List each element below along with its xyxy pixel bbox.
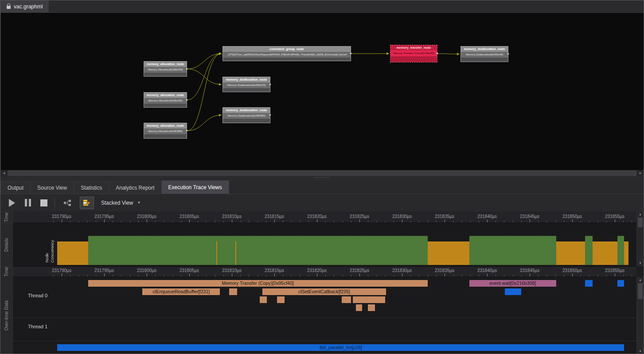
ruler-tick-label: 231790µs bbox=[52, 268, 71, 273]
trace-bar[interactable]: clEnqueueReadBuffer[f231] bbox=[142, 288, 220, 295]
application-window: vac.graphml command_group_node_ZTSZZ7vec… bbox=[0, 0, 644, 354]
ruler-tick-label: 231810µs bbox=[222, 214, 242, 219]
ruler-minor-tick bbox=[215, 221, 215, 222]
ruler-minor-tick bbox=[291, 275, 292, 276]
trace-bar[interactable] bbox=[368, 304, 375, 311]
stop-button[interactable] bbox=[39, 197, 49, 209]
scroll-up-icon[interactable]: ▲ bbox=[637, 277, 644, 283]
ruler-minor-tick bbox=[240, 221, 241, 222]
trace-bar-tbb-parallel-for[interactable]: tbb_parallel_for[p18] bbox=[57, 344, 624, 351]
trace-bar[interactable]: event.wait[0x216b308] bbox=[469, 280, 556, 287]
view-mode-dropdown[interactable]: Stacked View ▼ bbox=[101, 200, 141, 206]
ruler-minor-tick bbox=[343, 221, 343, 222]
pause-button[interactable] bbox=[23, 197, 33, 209]
panel-splitter[interactable]: ········ bbox=[0, 176, 644, 181]
trace-bar[interactable] bbox=[229, 288, 237, 295]
scroll-right-icon[interactable]: ► bbox=[637, 170, 644, 176]
tab-source-view[interactable]: Source View bbox=[31, 181, 74, 194]
timeline-side-strip: Time Details Time Over-time Data bbox=[0, 211, 13, 354]
ruler-minor-tick bbox=[308, 275, 309, 276]
node-concurrency-section: Node Concurrency bbox=[13, 223, 636, 266]
panel-tab-bar: Output Source View Statistics Analytics … bbox=[0, 181, 644, 194]
trace-bar[interactable] bbox=[505, 288, 521, 295]
ruler-minor-tick bbox=[589, 275, 589, 276]
concurrency-segment bbox=[624, 241, 628, 265]
ruler-minor-tick bbox=[138, 221, 139, 222]
ruler-minor-tick bbox=[546, 275, 547, 276]
tab-statistics[interactable]: Statistics bbox=[74, 181, 109, 194]
trace-bar[interactable] bbox=[617, 280, 624, 287]
trace-bar[interactable] bbox=[342, 296, 351, 303]
node-concurrency-chart[interactable] bbox=[13, 235, 636, 265]
ruler-minor-tick bbox=[266, 221, 266, 222]
ruler-minor-tick bbox=[258, 221, 258, 222]
tab-output[interactable]: Output bbox=[0, 181, 31, 194]
ruler-minor-tick bbox=[181, 275, 181, 276]
ruler-minor-tick bbox=[283, 221, 283, 222]
scroll-left-icon[interactable]: ◄ bbox=[1, 170, 7, 176]
trace-bar[interactable] bbox=[260, 296, 266, 303]
stacked-view-mode-button[interactable] bbox=[80, 197, 94, 209]
graph-node-a3[interactable]: memory_allocation_nodeMemory Allocation[… bbox=[144, 123, 187, 139]
ruler-minor-tick bbox=[368, 275, 368, 276]
ruler-major-tick bbox=[189, 273, 190, 276]
node-footer-strip bbox=[223, 119, 270, 123]
graph-node-d1[interactable]: memory_deallocation_nodeMemory Deallocat… bbox=[222, 77, 270, 92]
graph-node-a2[interactable]: memory_allocation_nodeMemory Allocation[… bbox=[144, 92, 187, 108]
ruler-major-tick bbox=[572, 273, 573, 276]
trace-bar[interactable] bbox=[356, 304, 362, 311]
node-title: memory_allocation_node bbox=[144, 62, 187, 67]
document-tab-vac-graphml[interactable]: vac.graphml bbox=[0, 0, 49, 12]
graph-node-d2[interactable]: memory_deallocation_nodeMemory Deallocat… bbox=[222, 107, 270, 123]
node-title: memory_deallocation_node bbox=[223, 108, 270, 113]
time-ruler-bottom[interactable]: 231790µs231795µs231800µs231805µs231810µs… bbox=[13, 266, 636, 277]
trace-bar[interactable] bbox=[585, 280, 593, 287]
trace-bar[interactable]: Memory Transfer (Copy)[0x95cf40] bbox=[88, 280, 428, 287]
ruler-minor-tick bbox=[521, 221, 522, 222]
ruler-minor-tick bbox=[70, 221, 70, 222]
graph-canvas[interactable]: command_group_node_ZTSZZ7vec_addRN2cl4sy… bbox=[1, 13, 644, 176]
ruler-minor-tick bbox=[351, 221, 351, 222]
scroll-down-icon[interactable]: ▼ bbox=[637, 349, 644, 354]
ruler-major-tick bbox=[615, 219, 615, 222]
play-button[interactable] bbox=[7, 197, 17, 209]
ruler-tick-label: 231845µs bbox=[520, 214, 539, 219]
graph-node-mt[interactable]: memory_transfer_nodeMemory Transfer (Cop… bbox=[390, 45, 437, 62]
scrollbar-thumb[interactable] bbox=[638, 283, 643, 299]
concurrency-dip bbox=[235, 241, 236, 265]
ruler-tick-label: 231840µs bbox=[477, 268, 497, 273]
ruler-minor-tick bbox=[300, 275, 301, 276]
ruler-minor-tick bbox=[410, 275, 411, 276]
details-vertical-scrollbar[interactable]: ▲ ▼ bbox=[636, 211, 644, 266]
graph-edge-a3-cg bbox=[187, 54, 221, 131]
ruler-minor-tick bbox=[589, 221, 589, 222]
over-time-data-section: Thread 0 Thread 1 Memory Transfer (Copy)… bbox=[13, 277, 636, 354]
scroll-up-icon[interactable]: ▲ bbox=[637, 212, 644, 217]
tree-view-icon bbox=[63, 199, 72, 206]
ruler-minor-tick bbox=[291, 221, 292, 222]
time-ruler-top[interactable]: 231790µs231795µs231800µs231805µs231810µs… bbox=[13, 211, 636, 223]
scroll-down-icon[interactable]: ▼ bbox=[637, 261, 644, 266]
ruler-minor-tick bbox=[479, 221, 479, 222]
ruler-major-tick bbox=[104, 219, 105, 222]
node-footer-strip bbox=[223, 88, 270, 92]
node-footer-strip bbox=[144, 73, 187, 76]
graph-node-dr[interactable]: memory_deallocation_nodeMemory Deallocat… bbox=[461, 46, 508, 62]
ruler-tick-label: 231825µs bbox=[350, 268, 369, 273]
ruler-major-tick bbox=[232, 219, 232, 222]
tab-execution-trace-views[interactable]: Execution Trace Views bbox=[162, 180, 229, 194]
trace-bar[interactable] bbox=[353, 296, 385, 303]
ruler-minor-tick bbox=[78, 221, 79, 222]
trace-bar[interactable] bbox=[277, 296, 285, 303]
graph-node-a1[interactable]: memory_allocation_nodeMemory Allocation[… bbox=[144, 61, 187, 77]
tree-view-button[interactable] bbox=[60, 197, 74, 209]
ruler-tick-label: 231810µs bbox=[222, 268, 242, 273]
ruler-minor-tick bbox=[223, 221, 224, 222]
tab-analytics-report[interactable]: Analytics Report bbox=[109, 181, 161, 194]
trace-bar[interactable]: clSetEventCallback[f235] bbox=[262, 288, 386, 295]
ruler-minor-tick bbox=[351, 275, 351, 276]
scrollbar-thumb[interactable] bbox=[638, 218, 643, 227]
graph-node-cg[interactable]: command_group_node_ZTSZZ7vec_addRN2cl4sy… bbox=[222, 46, 351, 61]
ruler-major-tick bbox=[487, 219, 488, 222]
overtime-vertical-scrollbar[interactable]: ▲ ▼ bbox=[636, 277, 644, 354]
